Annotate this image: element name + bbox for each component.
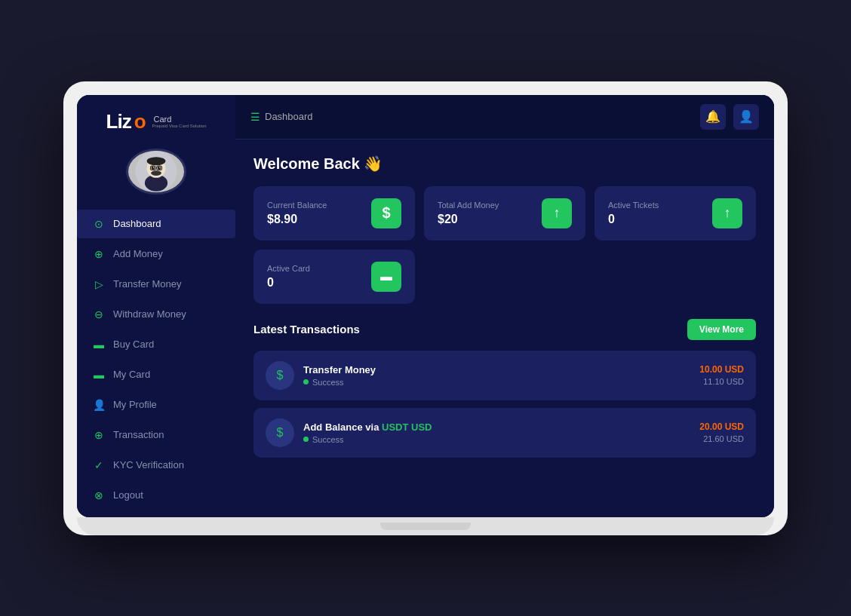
transaction-icon-0: $ (266, 361, 294, 390)
nav-label-kyc: KYC Verification (113, 459, 184, 470)
view-more-button[interactable]: View More (687, 319, 756, 340)
nav-label-transaction: Transaction (113, 429, 164, 440)
laptop-base (77, 517, 774, 535)
transaction-left-1: $ Add Balance via USDT USD Success (266, 418, 432, 447)
logout-icon: ⊗ (92, 489, 106, 502)
transaction-right-0: 10.00 USD 11.10 USD (699, 364, 744, 386)
nav-item-buy-card[interactable]: ▬ Buy Card (77, 330, 235, 359)
card-icon: ▬ (380, 270, 392, 283)
stat-icon-balance[interactable]: $ (371, 198, 401, 228)
nav-item-logout[interactable]: ⊗ Logout (77, 481, 235, 510)
nav-item-dashboard[interactable]: ⊙ Dashboard (77, 210, 235, 238)
top-bar: ☰ Dashboard 🔔 👤 (235, 95, 774, 139)
profile-button[interactable]: 👤 (733, 104, 759, 130)
content-area: Welcome Back 👋 Current Balance $8.90 $ (235, 139, 774, 517)
nav-item-transfer-money[interactable]: ▷ Transfer Money (77, 270, 235, 299)
transaction-name-highlight-1: USDT USD (382, 421, 432, 433)
nav-item-my-profile[interactable]: 👤 My Profile (77, 391, 235, 419)
stat-label-active-card: Active Card (267, 264, 310, 273)
notification-button[interactable]: 🔔 (700, 104, 726, 130)
transaction-amount-bottom-0: 11.10 USD (699, 377, 744, 386)
stat-card-active-card: Active Card 0 ▬ (253, 250, 415, 304)
transaction-status-label-1: Success (312, 435, 344, 444)
notification-icon: 🔔 (705, 109, 720, 124)
stat-value-add-money: $20 (438, 213, 499, 226)
stat-icon-add-money[interactable]: ↑ (542, 198, 572, 228)
status-dot-0 (303, 379, 309, 385)
transaction-status-1: Success (303, 435, 432, 444)
laptop-screen: Lizo Card Prepaid Visa Card Solution (77, 95, 774, 517)
stat-card-tickets: Active Tickets 0 ↑ (594, 186, 756, 241)
transaction-status-0: Success (303, 378, 376, 387)
my-card-icon: ▬ (92, 368, 106, 382)
svg-point-3 (147, 157, 166, 165)
avatar (126, 149, 186, 195)
nav-label-buy-card: Buy Card (113, 339, 154, 350)
transaction-dollar-icon-1: $ (277, 426, 284, 440)
transaction-item-0: $ Transfer Money Success 10. (253, 351, 756, 400)
svg-point-5 (158, 166, 161, 170)
stats-grid: Current Balance $8.90 $ Total Add Money … (253, 186, 756, 241)
ticket-icon: ↑ (724, 205, 731, 221)
svg-point-6 (153, 167, 154, 167)
dashboard-icon: ⊙ (92, 217, 106, 231)
transactions-section: Latest Transactions View More $ Transfer… (253, 319, 756, 458)
transaction-icon-1: $ (266, 418, 294, 447)
transaction-amount-bottom-1: 21.60 USD (699, 434, 744, 443)
nav-item-transaction[interactable]: ⊕ Transaction (77, 421, 235, 449)
logo-o: o (134, 110, 146, 133)
laptop-notch (380, 523, 471, 530)
transaction-amount-top-0: 10.00 USD (699, 364, 744, 375)
breadcrumb-menu-icon: ☰ (250, 111, 260, 123)
nav-item-withdraw-money[interactable]: ⊖ Withdraw Money (77, 300, 235, 329)
nav-label-my-profile: My Profile (113, 399, 157, 410)
add-money-icon: ⊕ (92, 247, 106, 261)
transaction-right-1: 20.00 USD 21.60 USD (699, 421, 744, 443)
empty-col-2 (594, 250, 756, 304)
stat-icon-active-card[interactable]: ▬ (371, 262, 401, 292)
stat-value-active-card: 0 (267, 276, 310, 290)
withdraw-money-icon: ⊖ (92, 308, 106, 321)
upload-icon: ↑ (554, 205, 561, 221)
stat-icon-tickets[interactable]: ↑ (712, 198, 742, 228)
transaction-name-0: Transfer Money (303, 364, 376, 375)
empty-col-1 (424, 250, 585, 304)
profile-icon: 👤 (739, 109, 754, 124)
nav-label-add-money: Add Money (113, 248, 163, 259)
logo: Lizo Card Prepaid Visa Card Solution (99, 110, 214, 133)
dollar-icon: $ (382, 204, 390, 222)
nav-label-logout: Logout (113, 489, 143, 501)
logo-liz: Liz (106, 110, 131, 133)
stat-card-add-money: Total Add Money $20 ↑ (424, 186, 585, 241)
svg-point-7 (159, 167, 160, 167)
logo-card: Card (154, 115, 207, 124)
laptop-frame: Lizo Card Prepaid Visa Card Solution (63, 81, 788, 535)
buy-card-icon: ▬ (92, 338, 106, 351)
stat-value-tickets: 0 (608, 213, 659, 226)
breadcrumb: ☰ Dashboard (250, 111, 313, 123)
transaction-item-1: $ Add Balance via USDT USD Success (253, 408, 756, 458)
nav-item-kyc[interactable]: ✓ KYC Verification (77, 451, 235, 480)
transaction-icon: ⊕ (92, 428, 106, 442)
stat-info-balance: Current Balance $8.90 (267, 201, 327, 226)
stat-info-tickets: Active Tickets 0 (608, 201, 659, 226)
nav-menu: ⊙ Dashboard ⊕ Add Money ▷ Transfer Money… (77, 210, 235, 510)
nav-item-add-money[interactable]: ⊕ Add Money (77, 240, 235, 268)
stat-info-add-money: Total Add Money $20 (438, 201, 499, 226)
stat-label-balance: Current Balance (267, 201, 327, 210)
stat-label-add-money: Total Add Money (438, 201, 499, 210)
stat-label-tickets: Active Tickets (608, 201, 659, 210)
stat-card-balance: Current Balance $8.90 $ (253, 186, 415, 241)
nav-label-my-card: My Card (113, 369, 150, 380)
transactions-header: Latest Transactions View More (253, 319, 756, 340)
transaction-info-1: Add Balance via USDT USD Success (303, 421, 432, 444)
nav-item-my-card[interactable]: ▬ My Card (77, 360, 235, 389)
stats-grid-2: Active Card 0 ▬ (253, 250, 756, 304)
sidebar: Lizo Card Prepaid Visa Card Solution (77, 95, 235, 517)
transactions-title: Latest Transactions (253, 323, 360, 336)
kyc-icon: ✓ (92, 458, 106, 472)
transaction-dollar-icon-0: $ (277, 369, 284, 382)
nav-label-transfer-money: Transfer Money (113, 278, 182, 290)
top-bar-actions: 🔔 👤 (700, 104, 759, 130)
stat-value-balance: $8.90 (267, 213, 327, 226)
